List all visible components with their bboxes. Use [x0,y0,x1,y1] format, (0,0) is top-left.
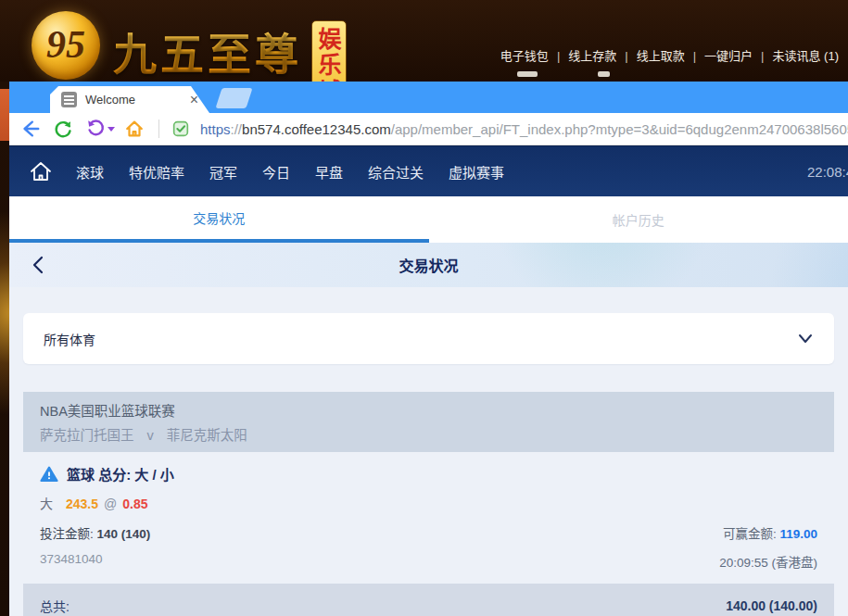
stake-label: 投注金额: [40,527,94,541]
toolbar-divider [158,119,159,138]
market-name: 篮球 总分: 大 / 小 [67,464,174,484]
sport-filter-dropdown[interactable]: 所有体育 [23,313,834,364]
selection-odds: 0.85 [122,497,147,511]
bet-time: 20:09:55 (香港盘) [719,552,817,571]
back-icon[interactable] [20,119,41,139]
clock-display: 22:08:4 [807,146,848,197]
page-header: 交易状况 [9,243,848,287]
bet-record: NBA美国职业篮球联赛 萨克拉门托国王v菲尼克斯太阳 篮球 总分: 大 / 小 … [23,392,834,616]
close-icon[interactable]: × [188,93,200,107]
nav-item-virtual[interactable]: 虚拟赛事 [449,162,504,182]
win-value: 119.00 [779,527,817,541]
stake-value: 140 (140) [97,527,151,541]
logo-monogram: 95 [46,22,85,67]
sports-navbar: 滚球 特优赔率 冠军 今日 早盘 综合过关 虚拟赛事 22:08:4 [9,145,848,196]
url-domain: bn574.coffee12345.com [242,121,391,137]
home-icon [28,158,54,184]
nav-item-early[interactable]: 早盘 [315,162,343,182]
logo-95-icon: 95 [32,11,100,80]
browser-tab[interactable]: Welcome × [50,86,209,113]
chevron-down-icon[interactable] [108,127,115,132]
nav-item-parlay[interactable]: 综合过关 [368,162,424,182]
url-scheme: https [200,121,231,137]
browser-toolbar: https://bn574.coffee12345.com/app/member… [9,113,848,145]
selection-side: 大 [40,497,53,511]
link-ewallet[interactable]: 电子钱包 [500,49,549,63]
total-row: 总共: 140.00 (140.00) [23,584,834,616]
link-separator: | [625,49,627,63]
bet-id: 373481040 [40,552,103,571]
site-top-banner: 95 九五至尊 娱乐城 电子钱包|线上存款|线上取款|一键归户|未读讯息 (1) [0,0,848,82]
bet-details: 篮球 总分: 大 / 小 大243.5@0.85 投注金额: 140 (140)… [23,452,834,571]
selection-line: 243.5 [66,497,98,511]
browser-titlebar: Welcome × [9,82,848,113]
nav-item-today[interactable]: 今日 [262,162,290,182]
address-bar[interactable]: https://bn574.coffee12345.com/app/member… [200,121,848,137]
sport-filter-label: 所有体育 [44,330,797,348]
amounts-row: 投注金额: 140 (140) 可赢金额: 119.00 [40,523,817,542]
section-tabs: 交易状况 帐户历史 [9,196,848,243]
back-chevron-icon[interactable] [32,255,44,275]
at-symbol: @ [104,497,117,511]
selection-row: 大243.5@0.85 [40,494,817,512]
link-onekey[interactable]: 一键归户 [704,49,753,63]
nav-home-button[interactable] [28,158,54,184]
meta-row: 373481040 20:09:55 (香港盘) [40,552,817,571]
link-deposit[interactable]: 线上存款 [568,49,616,63]
link-withdraw[interactable]: 线上取款 [637,49,685,63]
background-decoration [0,89,9,141]
clipped-text-fragment [517,71,538,77]
secure-shield-icon[interactable] [171,119,191,139]
market-row: 篮球 总分: 大 / 小 [40,464,817,484]
potential-win: 可赢金额: 119.00 [723,523,817,542]
league-name: NBA美国职业篮球联赛 [40,400,817,420]
site-background-strip [0,82,9,616]
chevron-down-icon [797,333,814,346]
warning-icon [40,466,58,483]
undo-button[interactable] [85,119,115,139]
url-separator: :// [231,121,243,137]
win-label: 可赢金额: [723,527,777,541]
nav-item-live[interactable]: 滚球 [76,162,104,182]
stake: 投注金额: 140 (140) [40,523,150,542]
home-icon[interactable] [124,119,145,139]
match-teams: 萨克拉门托国王v菲尼克斯太阳 [40,424,817,444]
page-document-icon [61,92,77,107]
url-path: /app/member_api/FT_index.php?mtype=3&uid… [391,121,848,137]
nav-item-champion[interactable]: 冠军 [209,162,237,182]
match-header: NBA美国职业篮球联赛 萨克拉门托国王v菲尼克斯太阳 [23,392,834,452]
page-title: 交易状况 [399,254,458,276]
away-team: 菲尼克斯太阳 [167,428,247,443]
total-label: 总共: [40,597,70,615]
tab-account-history[interactable]: 帐户历史 [429,196,848,243]
link-messages[interactable]: 未读讯息 (1) [772,49,839,63]
undo-icon [85,119,106,139]
vs-label: v [147,428,154,443]
clipped-text-fragment [598,71,610,77]
nav-item-special-odds[interactable]: 特优赔率 [129,162,184,182]
tab-title: Welcome [85,93,188,107]
refresh-icon[interactable] [53,119,73,139]
page-content: 所有体育 NBA美国职业篮球联赛 萨克拉门托国王v菲尼克斯太阳 [9,287,848,616]
link-separator: | [761,49,764,63]
logo-text: 九五至尊 [113,19,302,82]
link-separator: | [557,49,560,63]
total-value: 140.00 (140.00) [726,598,817,613]
link-separator: | [693,49,696,63]
tab-transaction-status[interactable]: 交易状况 [9,196,429,243]
account-links: 电子钱包|线上存款|线上取款|一键归户|未读讯息 (1) [500,46,839,64]
new-tab-button[interactable] [215,88,252,108]
browser-window: Welcome × https://bn574.coffee12345.co [9,82,848,616]
home-team: 萨克拉门托国王 [40,428,134,443]
